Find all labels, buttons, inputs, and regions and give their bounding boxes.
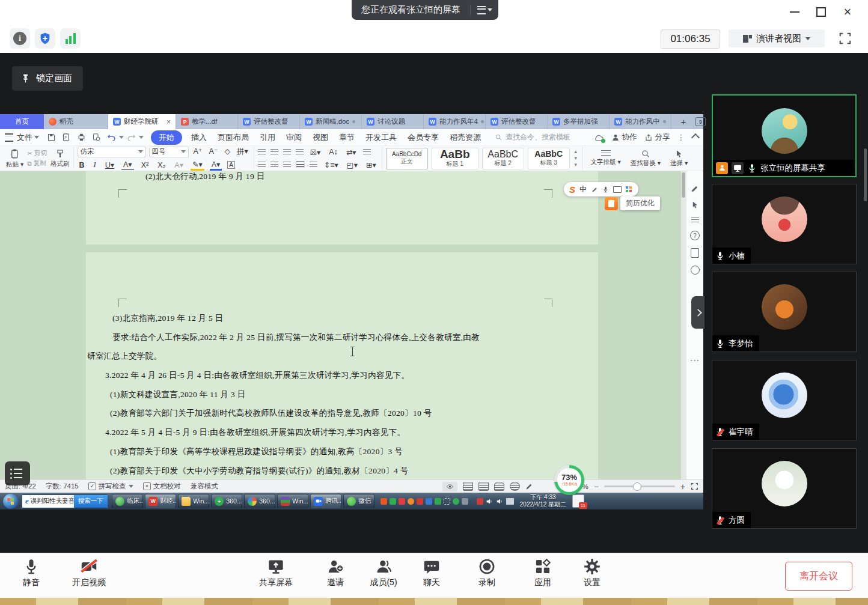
taskbar-app-meeting[interactable]: 腾讯... [310, 494, 341, 508]
styles-up-icon[interactable]: ▲ [573, 149, 578, 154]
participant-tile[interactable]: 小楠 [712, 184, 857, 264]
select-cursor-icon[interactable] [691, 201, 699, 209]
outline-view-icon[interactable] [478, 482, 489, 491]
tray-icon[interactable] [408, 498, 414, 505]
input-mode-label[interactable]: 中 [579, 184, 587, 195]
zoom-out-icon[interactable]: − [594, 482, 599, 491]
menu-start[interactable]: 开始 [151, 130, 182, 145]
styles-down-icon[interactable]: ▼ [573, 156, 578, 161]
ink-pen-icon[interactable] [525, 482, 533, 490]
document-scrollbar-thumb[interactable] [682, 172, 685, 198]
wps-tab-doc[interactable]: W评估整改督 [238, 114, 300, 129]
view-mode-dropdown[interactable]: 演讲者视图 [729, 29, 825, 47]
apps-button[interactable]: 应用 [518, 558, 568, 588]
alert-tray-icon[interactable] [477, 498, 483, 505]
font-size-select[interactable]: 四号 [149, 147, 189, 157]
window-close-button[interactable]: × [839, 6, 856, 18]
menu-references[interactable]: 引用 [260, 132, 275, 143]
style-heading1[interactable]: AaBb标题 1 [432, 148, 478, 169]
invite-button[interactable]: 邀请 [310, 558, 361, 588]
taskbar-search-widget[interactable]: e 误判阳性夫妻音频 搜索一下 [22, 494, 108, 508]
align-left-icon[interactable] [258, 162, 266, 168]
zoom-slider-knob[interactable] [633, 482, 641, 491]
font-color-button[interactable]: A▾ [210, 160, 222, 171]
taskbar-clock[interactable]: 下午 4:33 2022/4/12 星期二 [520, 494, 566, 508]
bold-button[interactable]: B [78, 161, 87, 169]
shading-button[interactable]: ◰▾ [345, 160, 359, 169]
print-icon[interactable] [76, 133, 87, 142]
char-border-button[interactable]: A▾ [121, 160, 134, 170]
wps-tab-docer[interactable]: 稻壳 [44, 114, 108, 129]
word-count[interactable]: 字数: 7415 [46, 482, 79, 491]
new-tab-button[interactable]: + [671, 114, 695, 129]
sogou-input-bar[interactable]: S 中 [564, 182, 638, 196]
file-menu[interactable]: 文件 [17, 132, 32, 143]
styles-more-icon[interactable]: ▼ [573, 162, 578, 168]
find-replace-button[interactable]: 查找替换 ▾ [631, 149, 661, 168]
page-view-icon[interactable] [463, 482, 473, 491]
document-scrollbar[interactable] [681, 171, 686, 479]
record-button[interactable]: 录制 [462, 558, 512, 588]
style-heading2[interactable]: AaBbC标题 2 [482, 148, 524, 169]
side-more-icon[interactable]: ⋯ [690, 354, 700, 366]
undo-icon[interactable] [106, 133, 117, 142]
spell-check-toggle[interactable]: ✓拼写检查 [88, 482, 133, 491]
file-hamburger-icon[interactable] [5, 133, 13, 142]
tab-list-button[interactable]: 9 [695, 117, 706, 126]
style-heading3[interactable]: AaBbC标题 3 [528, 148, 570, 169]
notes-tray-icon[interactable]: 11 [572, 494, 584, 508]
speed-widget[interactable]: 73%↑15.6K/s [554, 465, 584, 495]
read-view-icon[interactable] [494, 482, 504, 491]
char-effect-button[interactable]: A▾ [173, 160, 185, 169]
participant-tile[interactable]: 李梦怡 [712, 272, 857, 352]
distribute-icon[interactable] [310, 162, 317, 168]
taskbar-search-text[interactable]: 误判阳性夫妻音频 [31, 497, 74, 505]
web-view-icon[interactable] [510, 482, 520, 491]
history-icon[interactable] [691, 266, 700, 275]
wps-tab-doc[interactable]: W评估整改督 [486, 114, 548, 129]
superscript-button[interactable]: X² [139, 161, 151, 169]
taskbar-app-explorer[interactable]: Win... [178, 494, 209, 508]
participant-tile[interactable]: 方圆 [712, 448, 857, 529]
fit-screen-icon[interactable] [691, 482, 698, 490]
font-name-select[interactable]: 仿宋 [78, 147, 146, 157]
participant-tile-sharing[interactable]: 张立恒的屏幕共享 [712, 94, 857, 177]
keyboard-icon[interactable] [613, 186, 622, 193]
mute-button[interactable]: 静音 [6, 558, 57, 588]
share-button[interactable]: 分享 [644, 132, 670, 142]
handwrite-icon[interactable] [591, 186, 598, 193]
menu-member[interactable]: 会员专享 [408, 132, 439, 143]
taskbar-app-wps[interactable]: W财经... [145, 494, 176, 508]
taskbar-search-button[interactable]: 搜索一下 [74, 495, 108, 508]
undo-dropdown-icon[interactable] [119, 136, 124, 139]
redo-icon[interactable] [126, 133, 136, 142]
decrease-indent-icon[interactable] [283, 149, 291, 155]
sidebar-scrollbar[interactable] [864, 148, 867, 201]
paste-button[interactable]: 粘贴 ▾ [6, 148, 23, 169]
chat-button[interactable]: 聊天 [406, 558, 457, 588]
menu-review[interactable]: 审阅 [286, 132, 302, 143]
menu-view[interactable]: 视图 [313, 132, 328, 143]
border-button[interactable]: ⊞▾ [364, 160, 378, 169]
window-minimize-button[interactable] [786, 6, 803, 18]
leave-meeting-button[interactable]: 离开会议 [785, 562, 852, 591]
wrap-button[interactable]: ☒▾ [308, 148, 322, 157]
sogou-suggestion-popup[interactable]: 简历优化 [605, 196, 660, 210]
copy-button[interactable]: ⧉ 复制 [27, 159, 47, 168]
clear-format-button[interactable]: ◇ [222, 147, 232, 157]
participant-tile[interactable]: 崔宇晴 [712, 360, 857, 440]
zoom-in-icon[interactable]: + [680, 482, 685, 491]
wps-tab-home[interactable]: 首页 [0, 114, 44, 129]
voice-mic-icon[interactable] [602, 186, 609, 193]
cloud-sync-button[interactable] [593, 132, 604, 143]
settings-button[interactable]: 设置 [567, 558, 617, 588]
eye-protect-button[interactable] [442, 482, 457, 491]
more-menu-icon[interactable]: ⋮ [677, 133, 686, 142]
number-list-icon[interactable] [270, 149, 278, 155]
meeting-info-button[interactable]: i [10, 28, 30, 49]
char-shading-button[interactable]: A [227, 161, 235, 169]
wps-tab-doc[interactable]: W新闻稿.doc [300, 114, 362, 129]
wps-tab-doc[interactable]: W能力作风中 [610, 114, 671, 129]
wps-tab-pdf[interactable]: P教学...df [176, 114, 238, 129]
align-center-icon[interactable] [270, 162, 278, 168]
